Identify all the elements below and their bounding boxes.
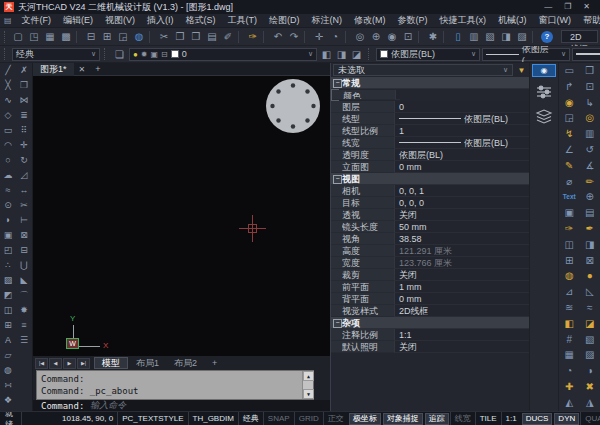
layer-lock-icon[interactable]: ▣: [151, 49, 159, 60]
mech-half-icon[interactable]: ◧: [565, 316, 574, 332]
status-dimstyle[interactable]: TH_GBDIM: [188, 412, 238, 425]
property-value[interactable]: 依图层(BL): [394, 137, 529, 149]
property-value[interactable]: 1:1: [394, 329, 529, 341]
revision-cloud-icon[interactable]: ☁: [0, 168, 16, 183]
status-workspace[interactable]: 经典: [238, 412, 263, 425]
toggle-grid[interactable]: GRID: [294, 412, 323, 425]
region-icon[interactable]: ◫: [0, 303, 16, 318]
calculator-icon[interactable]: ▨: [514, 30, 530, 44]
join-icon[interactable]: ⋃: [16, 258, 32, 273]
linetype-selector[interactable]: 依图层(... ∨: [482, 48, 570, 61]
save-icon[interactable]: ▦: [42, 30, 58, 44]
hatch-icon[interactable]: ▨: [0, 273, 16, 288]
match-properties-icon[interactable]: ✐: [220, 30, 236, 44]
property-value[interactable]: 依图层(BL): [395, 90, 400, 100]
collapse-icon[interactable]: [331, 329, 342, 341]
collapse-icon[interactable]: [331, 341, 342, 353]
menu-item[interactable]: 编辑(E): [57, 14, 99, 27]
mech-angle2-icon[interactable]: ∡: [585, 158, 594, 174]
property-value[interactable]: 121.291 厘米: [394, 245, 529, 257]
circle-icon[interactable]: ○: [0, 153, 16, 168]
property-value[interactable]: 0 mm: [394, 293, 529, 305]
extend-icon[interactable]: ⊢: [16, 213, 32, 228]
insert-block-icon[interactable]: ▣: [0, 228, 16, 243]
mech-half2-icon[interactable]: ◨: [585, 237, 594, 253]
menu-item[interactable]: 机械(J): [492, 14, 533, 27]
toggle-snap[interactable]: SNAP: [263, 412, 294, 425]
collapse-icon[interactable]: [331, 149, 342, 161]
make-layer-current-icon[interactable]: ◧: [319, 49, 334, 60]
mech-break-line-icon[interactable]: ↯: [565, 126, 573, 142]
properties-palette-icon[interactable]: ▯: [450, 30, 466, 44]
mech-hatch3-icon[interactable]: ▨: [585, 347, 594, 363]
tab-layout1[interactable]: 布局1: [129, 357, 166, 369]
layout-nav-button[interactable]: ◀: [49, 358, 62, 369]
collapse-icon[interactable]: [331, 197, 342, 209]
mech-sketch-icon[interactable]: ✏: [586, 174, 594, 190]
property-value[interactable]: 1: [394, 125, 529, 137]
toggle-osnap[interactable]: 对象捕捉: [383, 413, 423, 425]
visual-style-selector[interactable]: 2D线框: [561, 30, 598, 43]
redo-icon[interactable]: ↷: [286, 30, 302, 44]
command-input[interactable]: Command: 输入命令: [33, 400, 330, 411]
break-icon[interactable]: ⊠: [16, 228, 32, 243]
spline-icon[interactable]: ≈: [0, 183, 16, 198]
drawing-canvas[interactable]: Y X W: [33, 76, 330, 356]
mech-frame-icon[interactable]: ❒: [585, 63, 594, 79]
maximize-button[interactable]: ❐: [564, 1, 571, 13]
mech-pen-icon[interactable]: ✑: [565, 221, 573, 237]
menu-item[interactable]: 视图(V): [99, 14, 141, 27]
mech-hatch2-icon[interactable]: ▧: [585, 332, 594, 348]
mech-title-icon[interactable]: ⊡: [586, 79, 594, 95]
zoom-extents-icon[interactable]: ⊡: [400, 30, 416, 44]
trim-icon[interactable]: ✂: [16, 198, 32, 213]
mech-tolerance-icon[interactable]: ◑: [587, 363, 593, 379]
menu-item[interactable]: 格式(S): [180, 14, 222, 27]
zoom-previous-icon[interactable]: ◉: [384, 30, 400, 44]
toolbar-grip[interactable]: [4, 48, 8, 60]
mech-sheet-icon[interactable]: ▦: [565, 347, 574, 363]
collapse-icon[interactable]: [331, 305, 342, 317]
scroll-down-icon[interactable]: ▼: [303, 389, 314, 399]
layer-on-icon[interactable]: ●: [133, 49, 138, 60]
close-button[interactable]: ✕: [583, 1, 590, 13]
property-value[interactable]: 123.766 厘米: [394, 257, 529, 269]
break-at-point-icon[interactable]: ⊟: [16, 243, 32, 258]
open-icon[interactable]: ◳: [26, 30, 42, 44]
tab-model[interactable]: 模型: [94, 357, 128, 369]
menu-item[interactable]: 绘图(D): [263, 14, 306, 27]
polygon-icon[interactable]: ◇: [0, 108, 16, 123]
line-icon[interactable]: ╱: [0, 63, 16, 78]
collapse-icon[interactable]: [331, 245, 342, 257]
mech-callout-icon[interactable]: ↳: [586, 95, 594, 111]
polyline-icon[interactable]: ∿: [0, 93, 16, 108]
close-tab-icon[interactable]: ✕: [74, 65, 91, 74]
collapse-icon[interactable]: [332, 90, 343, 100]
menu-item[interactable]: 快捷工具(x): [434, 14, 493, 27]
mech-window-icon[interactable]: ▭: [565, 63, 574, 79]
property-value[interactable]: 50 mm: [394, 221, 529, 233]
toggle-quad[interactable]: QUAD: [580, 412, 600, 425]
align-icon[interactable]: ≡: [16, 318, 32, 333]
toggle-lineweight[interactable]: 线宽: [450, 412, 475, 425]
property-value[interactable]: 关闭: [394, 341, 529, 353]
mech-bolt-icon[interactable]: ◎: [585, 110, 594, 126]
collapse-icon[interactable]: [331, 257, 342, 269]
chamfer-icon[interactable]: ◣: [16, 273, 32, 288]
mech-center-icon[interactable]: ✚: [565, 379, 573, 395]
layer-properties-icon[interactable]: ❏: [112, 49, 127, 60]
sheet-set-icon[interactable]: ▧: [482, 30, 498, 44]
ellipse-icon[interactable]: ⊙: [0, 198, 16, 213]
collapse-icon[interactable]: [331, 185, 342, 197]
offset-icon[interactable]: ≣: [16, 108, 32, 123]
layer-previous-icon[interactable]: ◨: [334, 49, 349, 60]
layer-manager-icon[interactable]: ▥: [466, 30, 482, 44]
property-value[interactable]: 0 mm: [394, 161, 529, 173]
mech-grid-icon[interactable]: ⊞: [565, 253, 573, 269]
markup-icon[interactable]: ◨: [498, 30, 514, 44]
mech-list-icon[interactable]: ▥: [585, 126, 594, 142]
menu-item[interactable]: 修改(M): [348, 14, 392, 27]
mech-delete-icon[interactable]: ⊠: [586, 253, 594, 269]
menu-item[interactable]: 文件(F): [16, 14, 58, 27]
mech-balloon-icon[interactable]: ◉: [565, 95, 574, 111]
